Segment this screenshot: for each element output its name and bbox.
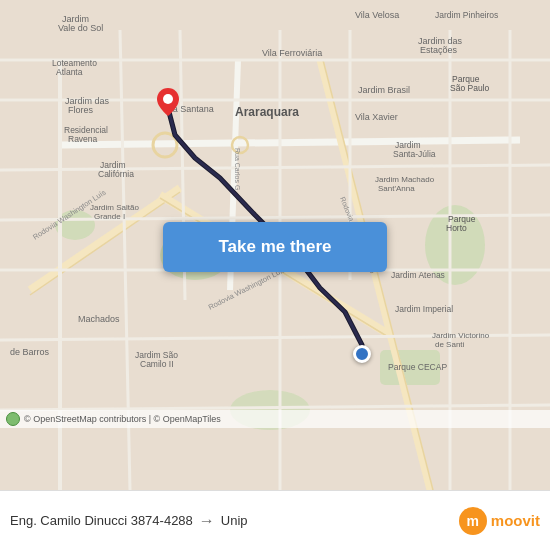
svg-text:Jardim Atenas: Jardim Atenas (391, 270, 445, 280)
svg-text:Vila Velosa: Vila Velosa (355, 10, 399, 20)
osm-credit: © OpenStreetMap contributors | © OpenMap… (0, 410, 550, 428)
map-container: Jardim Vale do Sol Vila Velosa Jardim Pi… (0, 0, 550, 490)
svg-text:Araraquara: Araraquara (235, 105, 299, 119)
svg-text:Machados: Machados (78, 314, 120, 324)
svg-text:Parque CECAP: Parque CECAP (388, 362, 447, 372)
svg-text:Vale do Sol: Vale do Sol (58, 23, 103, 33)
svg-text:Horto: Horto (446, 223, 467, 233)
route-info: Eng. Camilo Dinucci 3874-4288 → Unip (10, 512, 459, 530)
svg-text:Grande I: Grande I (94, 212, 125, 221)
moovit-icon: m (459, 507, 487, 535)
svg-text:Califórnia: Califórnia (98, 169, 134, 179)
moovit-logo: m moovit (459, 507, 540, 535)
svg-text:Jardim Victorino: Jardim Victorino (432, 331, 490, 340)
svg-text:Rua Carlos G.: Rua Carlos G. (234, 148, 241, 192)
svg-text:Jardim Saltão: Jardim Saltão (90, 203, 139, 212)
bottom-bar: Eng. Camilo Dinucci 3874-4288 → Unip m m… (0, 490, 550, 550)
take-me-there-button[interactable]: Take me there (163, 222, 387, 272)
osm-logo (6, 412, 20, 426)
svg-text:Jardim Brasil: Jardim Brasil (358, 85, 410, 95)
moovit-text: moovit (491, 512, 540, 529)
origin-marker (157, 88, 179, 116)
destination-marker (353, 345, 371, 363)
svg-text:de Barros: de Barros (10, 347, 50, 357)
svg-text:Sant'Anna: Sant'Anna (378, 184, 415, 193)
svg-text:de Santi: de Santi (435, 340, 465, 349)
osm-credit-text: © OpenStreetMap contributors | © OpenMap… (24, 414, 221, 424)
arrow-icon: → (199, 512, 215, 530)
svg-text:Vila Ferroviária: Vila Ferroviária (262, 48, 322, 58)
svg-text:Jardim Pinheiros: Jardim Pinheiros (435, 10, 498, 20)
svg-text:Flores: Flores (68, 105, 94, 115)
svg-text:São Paulo: São Paulo (450, 83, 489, 93)
destination-label: Unip (221, 513, 248, 528)
svg-text:Jardim Imperial: Jardim Imperial (395, 304, 453, 314)
svg-text:Santa-Júlia: Santa-Júlia (393, 149, 436, 159)
svg-text:Vila Xavier: Vila Xavier (355, 112, 398, 122)
svg-text:Atlanta: Atlanta (56, 67, 83, 77)
svg-text:Ravena: Ravena (68, 134, 98, 144)
svg-text:Jardim Machado: Jardim Machado (375, 175, 435, 184)
origin-label: Eng. Camilo Dinucci 3874-4288 (10, 513, 193, 528)
svg-text:Estações: Estações (420, 45, 458, 55)
svg-point-74 (163, 94, 173, 104)
svg-text:Camilo II: Camilo II (140, 359, 174, 369)
